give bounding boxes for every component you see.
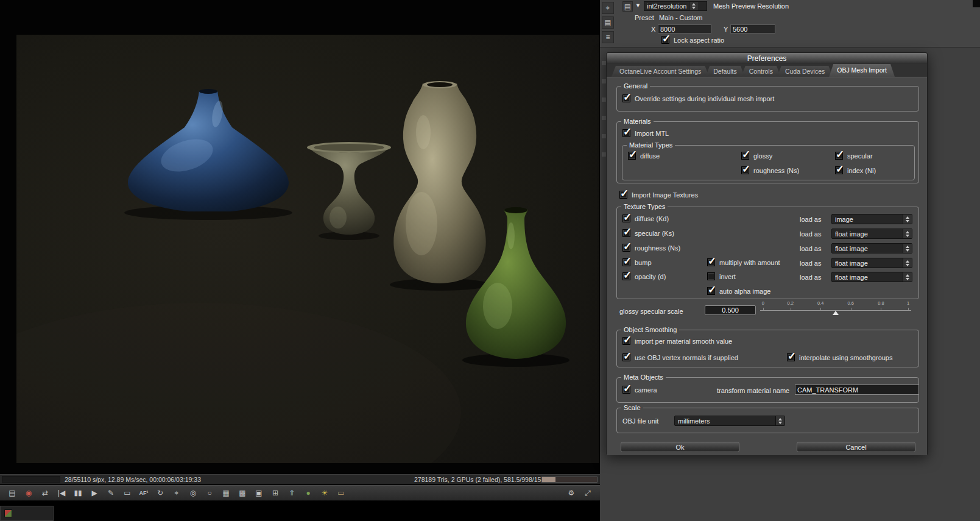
use-obj-vertex-normals-checkbox[interactable] [622,353,630,361]
node-swap-icon[interactable]: ⇄ [38,487,52,499]
spinner-icon[interactable] [903,229,912,238]
bottom-panel-tab[interactable] [0,506,54,521]
glossy-label: glossy [753,152,772,160]
start-render-icon[interactable]: ▶ [87,487,102,499]
opacity-d-checkbox[interactable] [622,272,630,280]
import-per-material-smooth-checkbox[interactable] [622,337,630,345]
node-header-icon[interactable]: ▤ [622,1,633,12]
white-balance-icon[interactable]: ○ [202,487,217,499]
camera-checkbox[interactable] [622,386,630,394]
meta-objects-group: Meta Objects camera transform material n… [616,377,919,403]
spinner-icon[interactable] [903,272,912,282]
spinner-icon[interactable] [775,416,784,425]
object-smoothing-group-title: Object Smoothing [621,326,679,333]
invert-checkbox[interactable] [707,272,715,280]
transform-material-name-input[interactable] [795,385,919,395]
fullscreen-icon[interactable]: ⤢ [580,487,595,499]
save-icon[interactable]: ▤ [5,487,19,499]
specular-ks-loadas-dropdown[interactable]: float image [831,229,912,239]
diffuse-kd-label: diffuse (Kd) [635,215,669,222]
side-panel-mark [602,79,606,83]
cancel-button[interactable]: Cancel [797,442,915,452]
alpha-mode-icon[interactable]: ▩ [235,487,250,499]
multiply-with-amount-checkbox[interactable] [707,258,715,266]
import-image-textures-checkbox[interactable] [619,191,627,199]
interpolate-smoothgroups-checkbox[interactable] [787,353,795,361]
y-input[interactable] [730,24,775,34]
status-slot [2,476,60,483]
collapse-arrow-icon[interactable]: ▼ [635,2,641,9]
clay-mode-icon[interactable]: ⊞ [268,487,283,499]
bump-loadas-dropdown[interactable]: float image [831,258,912,268]
load-as-label: load as [800,216,821,223]
slider-tick-label: 0.2 [787,300,793,306]
preset-value[interactable]: Main - Custom [659,14,703,21]
slider-tick-label: 1 [907,300,909,306]
subsampling-icon[interactable]: ▣ [252,487,266,499]
node-graph-tab-icon [4,509,12,517]
folder-icon[interactable]: ▭ [334,487,348,499]
roughness-ns-label: roughness (Ns) [753,167,799,174]
slider-thumb[interactable] [833,311,839,315]
import-mtl-checkbox[interactable] [622,129,630,137]
override-settings-checkbox[interactable] [622,94,630,102]
refresh-icon[interactable]: ↻ [153,487,167,499]
tab-cuda-devices[interactable]: Cuda Devices [777,66,833,77]
node-graph-icon[interactable]: ▤ [602,16,614,29]
roughness-ns-loadas-dropdown[interactable]: float image [831,243,912,253]
diffuse-kd-checkbox[interactable] [622,214,630,222]
spinner-icon[interactable] [903,258,912,268]
specular-ks-checkbox[interactable] [622,229,630,237]
ok-button[interactable]: Ok [621,442,739,452]
picker-icon[interactable]: ⌖ [169,487,184,499]
opacity-loadas-dropdown[interactable]: float image [831,272,912,282]
node-name-spinner-icon[interactable] [689,2,698,10]
index-ni-checkbox[interactable] [835,166,843,174]
node-name-select[interactable]: int2resolution [644,1,707,11]
render-viewport[interactable]: 28/55110 s/px, 12.89 Ms/sec, 00:00:06/03… [0,0,600,521]
materials-group-title: Materials [621,118,654,125]
tab-obj-mesh-import[interactable]: OBJ Mesh Import [829,64,895,77]
render-target-icon[interactable]: ⌖ [602,2,614,14]
region-render-icon[interactable]: ▦ [219,487,233,499]
override-settings-label: Override settings during individual mesh… [635,95,774,102]
tab-defaults[interactable]: Defaults [705,66,745,77]
roughness-ns-tex-checkbox[interactable] [622,244,630,252]
obj-file-unit-dropdown[interactable]: millimeters [674,416,785,426]
dialog-title[interactable]: Preferences [607,53,927,64]
tab-controls[interactable]: Controls [741,66,781,77]
bump-checkbox[interactable] [622,258,630,266]
focus-picker-icon[interactable]: ◎ [186,487,200,499]
glossy-specular-scale-slider[interactable]: 0 0.2 0.4 0.6 0.8 1 [760,302,911,316]
monitor-icon[interactable]: ▭ [120,487,135,499]
lock-aspect-checkbox[interactable] [661,36,669,44]
tab-octanelive-account-settings[interactable]: OctaneLive Account Settings [612,66,709,77]
bump-label: bump [635,259,652,266]
bottom-strip [0,501,600,521]
roughness-ns-checkbox[interactable] [741,166,749,174]
export-icon[interactable]: ⇑ [284,487,299,499]
rendered-image[interactable] [16,35,599,463]
render-priority-icon[interactable]: ◉ [21,487,36,499]
specular-checkbox[interactable] [835,152,843,160]
opacity-loadas-value: float image [835,274,900,281]
spinner-icon[interactable] [903,214,912,224]
af-icon[interactable]: AF¹ [136,487,151,499]
restart-render-icon[interactable]: |◀ [54,487,69,499]
diffuse-checkbox[interactable] [628,152,636,160]
network-icon[interactable]: ● [301,487,316,499]
diffuse-kd-loadas-dropdown[interactable]: image [831,214,912,224]
pause-render-icon[interactable]: ▮▮ [71,487,85,499]
opacity-d-label: opacity (d) [635,273,666,280]
spinner-icon[interactable] [903,244,912,253]
outliner-icon[interactable]: ≡ [602,31,614,43]
daylight-icon[interactable]: ☀ [317,487,332,499]
pick-focus-icon[interactable]: ✎ [104,487,118,499]
auto-alpha-image-checkbox[interactable] [707,287,715,295]
material-types-group: Material Types diffuse glossy specular [622,145,915,180]
render-progress-text: 28/55110 s/px, 12.89 Ms/sec, 00:00:06/03… [65,476,201,483]
glossy-checkbox[interactable] [741,152,749,160]
general-group: General Override settings during individ… [616,86,919,112]
glossy-specular-scale-value[interactable]: 0.500 [705,305,756,315]
settings-wrench-icon[interactable]: ⚙ [564,487,579,499]
